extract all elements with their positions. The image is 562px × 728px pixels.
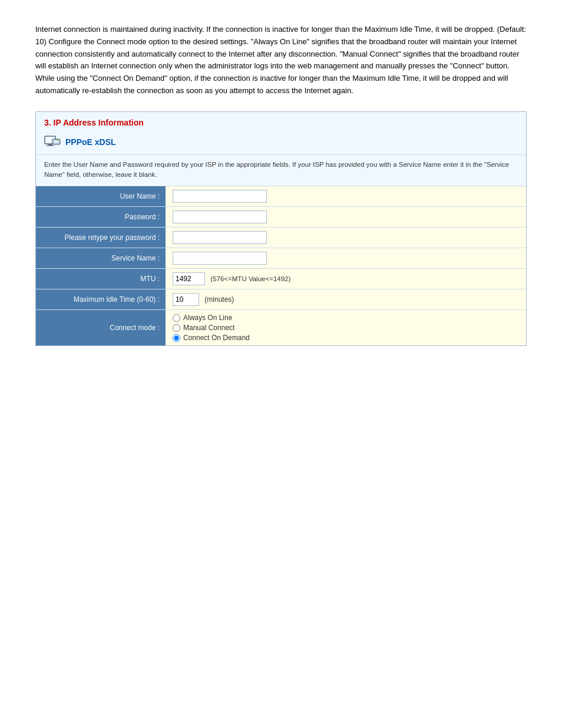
username-label: User Name :	[36, 186, 166, 207]
max-idle-label: Maximum Idle Time (0-60) :	[36, 289, 166, 310]
username-input[interactable]	[173, 190, 267, 203]
pppoe-header: PPPoE xDSL	[36, 132, 526, 155]
max-idle-row: Maximum Idle Time (0-60) : (minutes)	[36, 289, 526, 310]
description-text: Internet connection is maintained during…	[35, 24, 527, 97]
connect-mode-radio-group: Always On Line Manual Connect Connect On…	[173, 314, 519, 342]
password-row: Password :	[36, 207, 526, 228]
pppoe-description: Enter the User Name and Password require…	[36, 155, 526, 187]
username-value-cell	[166, 186, 526, 207]
password-value-cell	[166, 207, 526, 228]
password-label: Password :	[36, 207, 166, 228]
always-on-line-radio[interactable]	[173, 314, 180, 322]
manual-connect-label: Manual Connect	[183, 324, 234, 332]
username-row: User Name :	[36, 186, 526, 207]
mtu-input[interactable]	[173, 272, 205, 285]
pppoe-title: PPPoE xDSL	[65, 137, 116, 147]
password-input[interactable]	[173, 210, 267, 223]
svg-point-5	[57, 139, 58, 140]
section-title: 3. IP Address Information	[36, 112, 526, 132]
form-table: User Name : Password : Please retype you…	[36, 186, 526, 345]
mtu-row: MTU : (576<=MTU Value<=1492)	[36, 269, 526, 289]
retype-password-label: Please retype your password :	[36, 228, 166, 248]
mtu-label: MTU :	[36, 269, 166, 289]
connect-on-demand-label: Connect On Demand	[183, 334, 250, 342]
pppoe-icon	[44, 136, 61, 149]
connect-on-demand-radio[interactable]	[173, 334, 180, 342]
svg-point-6	[58, 139, 59, 140]
always-on-line-option[interactable]: Always On Line	[173, 314, 519, 322]
ip-address-section: 3. IP Address Information PPPoE xDSL Ent…	[35, 111, 527, 347]
max-idle-value-cell: (minutes)	[166, 289, 526, 310]
service-name-value-cell	[166, 248, 526, 269]
connect-on-demand-option[interactable]: Connect On Demand	[173, 334, 519, 342]
service-name-input[interactable]	[173, 252, 267, 265]
retype-password-input[interactable]	[173, 231, 267, 244]
mtu-value-cell: (576<=MTU Value<=1492)	[166, 269, 526, 289]
connect-mode-row: Connect mode : Always On Line Manual Con…	[36, 310, 526, 346]
always-on-line-label: Always On Line	[183, 314, 232, 322]
retype-password-row: Please retype your password :	[36, 228, 526, 248]
service-name-row: Service Name :	[36, 248, 526, 269]
retype-password-value-cell	[166, 228, 526, 248]
connect-mode-label: Connect mode :	[36, 310, 166, 346]
manual-connect-option[interactable]: Manual Connect	[173, 324, 519, 332]
svg-rect-2	[47, 145, 54, 146]
svg-rect-4	[54, 140, 59, 143]
minutes-label: (minutes)	[204, 295, 234, 304]
svg-rect-1	[48, 144, 52, 145]
max-idle-input[interactable]	[173, 293, 199, 306]
connect-mode-value-cell: Always On Line Manual Connect Connect On…	[166, 310, 526, 346]
mtu-hint: (576<=MTU Value<=1492)	[210, 275, 290, 282]
service-name-label: Service Name :	[36, 248, 166, 269]
manual-connect-radio[interactable]	[173, 324, 180, 332]
